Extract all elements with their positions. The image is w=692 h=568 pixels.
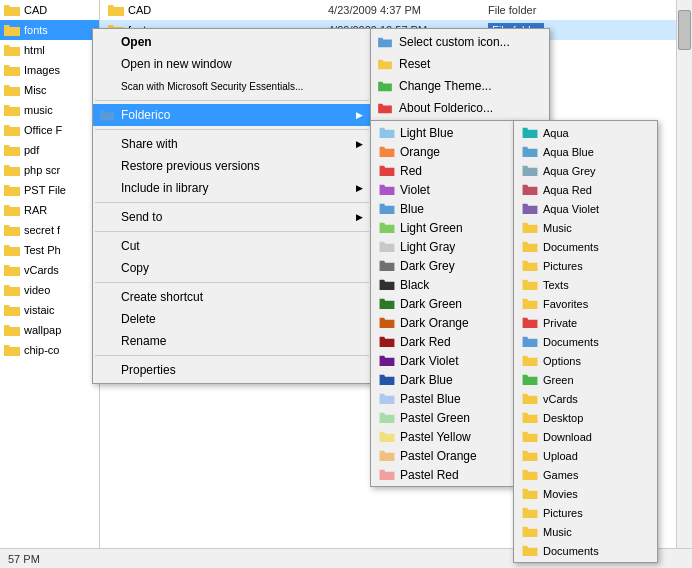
color-item-dark-grey[interactable]: Dark Grey [371, 256, 514, 275]
folderico-icon [99, 107, 115, 123]
menu-item-cut[interactable]: Cut [93, 235, 371, 257]
named-item-upload[interactable]: Upload [514, 446, 657, 465]
named-item-options[interactable]: Options [514, 351, 657, 370]
color-item-pastel-orange[interactable]: Pastel Orange [371, 446, 514, 465]
named-item-documents2[interactable]: Documents [514, 332, 657, 351]
named-item-aqua[interactable]: Aqua [514, 123, 657, 142]
named-item-pictures[interactable]: Pictures [514, 256, 657, 275]
named-item-documents[interactable]: Documents [514, 237, 657, 256]
menu-separator-4 [95, 231, 369, 232]
named-item-music[interactable]: Music [514, 218, 657, 237]
color-item-pastel-yellow[interactable]: Pastel Yellow [371, 427, 514, 446]
color-item-dark-violet[interactable]: Dark Violet [371, 351, 514, 370]
menu-item-copy[interactable]: Copy [93, 257, 371, 279]
menu-item-scan[interactable]: Scan with Microsoft Security Essentials.… [93, 75, 371, 97]
menu-item-create-shortcut[interactable]: Create shortcut [93, 286, 371, 308]
color-item-pastel-blue[interactable]: Pastel Blue [371, 389, 514, 408]
menu-item-folderico[interactable]: Folderico [93, 104, 371, 126]
menu-item-delete[interactable]: Delete [93, 308, 371, 330]
menu-item-include-library[interactable]: Include in library [93, 177, 371, 199]
menu-item-reset[interactable]: Reset [371, 53, 549, 75]
sidebar-item-office[interactable]: Office F [0, 120, 99, 140]
named-item-games[interactable]: Games [514, 465, 657, 484]
named-item-aqua-grey[interactable]: Aqua Grey [514, 161, 657, 180]
about-icon [377, 100, 393, 116]
color-item-dark-green[interactable]: Dark Green [371, 294, 514, 313]
menu-separator-1 [95, 100, 369, 101]
color-item-black[interactable]: Black [371, 275, 514, 294]
color-item-dark-blue[interactable]: Dark Blue [371, 370, 514, 389]
sidebar-item-test[interactable]: Test Ph [0, 240, 99, 260]
sidebar-item-html[interactable]: html [0, 40, 99, 60]
context-menu-colors: Light Blue Orange Red Violet Blue Light … [370, 120, 515, 487]
named-item-pictures2[interactable]: Pictures [514, 503, 657, 522]
color-item-pastel-red[interactable]: Pastel Red [371, 465, 514, 484]
menu-item-open[interactable]: Open [93, 31, 371, 53]
named-item-aqua-violet[interactable]: Aqua Violet [514, 199, 657, 218]
content-row-cad[interactable]: CAD 4/23/2009 4:37 PM File folder [100, 0, 676, 20]
theme-icon [377, 78, 393, 94]
menu-item-open-new-window[interactable]: Open in new window [93, 53, 371, 75]
named-item-private[interactable]: Private [514, 313, 657, 332]
context-menu-named: Aqua Aqua Blue Aqua Grey Aqua Red Aqua V… [513, 120, 658, 563]
sidebar-item-wallpap[interactable]: wallpap [0, 320, 99, 340]
explorer-sidebar: CAD fonts html Images Misc music Office … [0, 0, 100, 568]
sidebar-item-rar[interactable]: RAR [0, 200, 99, 220]
color-item-dark-red[interactable]: Dark Red [371, 332, 514, 351]
named-item-texts[interactable]: Texts [514, 275, 657, 294]
menu-separator-5 [95, 282, 369, 283]
menu-separator-3 [95, 202, 369, 203]
folder-icon-select [377, 34, 393, 50]
context-menu-folderico: Select custom icon... Reset Change Theme… [370, 28, 550, 122]
reset-icon [377, 56, 393, 72]
named-item-desktop[interactable]: Desktop [514, 408, 657, 427]
named-item-aqua-red[interactable]: Aqua Red [514, 180, 657, 199]
menu-item-share-with[interactable]: Share with [93, 133, 371, 155]
sidebar-item-vistaic[interactable]: vistaic [0, 300, 99, 320]
menu-item-rename[interactable]: Rename [93, 330, 371, 352]
color-item-light-blue[interactable]: Light Blue [371, 123, 514, 142]
named-item-green[interactable]: Green [514, 370, 657, 389]
named-item-download[interactable]: Download [514, 427, 657, 446]
sidebar-item-php[interactable]: php scr [0, 160, 99, 180]
named-item-vcards[interactable]: vCards [514, 389, 657, 408]
sidebar-item-misc[interactable]: Misc [0, 80, 99, 100]
color-item-light-green[interactable]: Light Green [371, 218, 514, 237]
menu-item-send-to[interactable]: Send to [93, 206, 371, 228]
menu-item-change-theme[interactable]: Change Theme... [371, 75, 549, 97]
color-item-violet[interactable]: Violet [371, 180, 514, 199]
color-item-orange[interactable]: Orange [371, 142, 514, 161]
scrollbar-thumb[interactable] [678, 10, 691, 50]
menu-item-restore-versions[interactable]: Restore previous versions [93, 155, 371, 177]
named-item-documents3[interactable]: Documents [514, 541, 657, 560]
sidebar-item-video[interactable]: video [0, 280, 99, 300]
sidebar-item-pdf[interactable]: pdf [0, 140, 99, 160]
sidebar-item-music[interactable]: music [0, 100, 99, 120]
sidebar-item-images[interactable]: Images [0, 60, 99, 80]
color-item-dark-orange[interactable]: Dark Orange [371, 313, 514, 332]
sidebar-item-fonts[interactable]: fonts [0, 20, 99, 40]
menu-separator-6 [95, 355, 369, 356]
vertical-scrollbar[interactable] [676, 0, 692, 568]
sidebar-item-cad[interactable]: CAD [0, 0, 99, 20]
named-item-aqua-blue[interactable]: Aqua Blue [514, 142, 657, 161]
color-item-blue[interactable]: Blue [371, 199, 514, 218]
sidebar-item-secret[interactable]: secret f [0, 220, 99, 240]
menu-item-select-icon[interactable]: Select custom icon... [371, 31, 549, 53]
sidebar-item-chip[interactable]: chip-co [0, 340, 99, 360]
status-text: 57 PM [8, 553, 40, 565]
context-menu-main: Open Open in new window Scan with Micros… [92, 28, 372, 384]
sidebar-item-vcards[interactable]: vCards [0, 260, 99, 280]
color-item-pastel-green[interactable]: Pastel Green [371, 408, 514, 427]
menu-item-about[interactable]: About Folderico... [371, 97, 549, 119]
color-item-red[interactable]: Red [371, 161, 514, 180]
color-item-light-gray[interactable]: Light Gray [371, 237, 514, 256]
named-item-music2[interactable]: Music [514, 522, 657, 541]
menu-separator-2 [95, 129, 369, 130]
menu-item-properties[interactable]: Properties [93, 359, 371, 381]
sidebar-item-pst[interactable]: PST File [0, 180, 99, 200]
named-item-movies[interactable]: Movies [514, 484, 657, 503]
named-item-favorites[interactable]: Favorites [514, 294, 657, 313]
